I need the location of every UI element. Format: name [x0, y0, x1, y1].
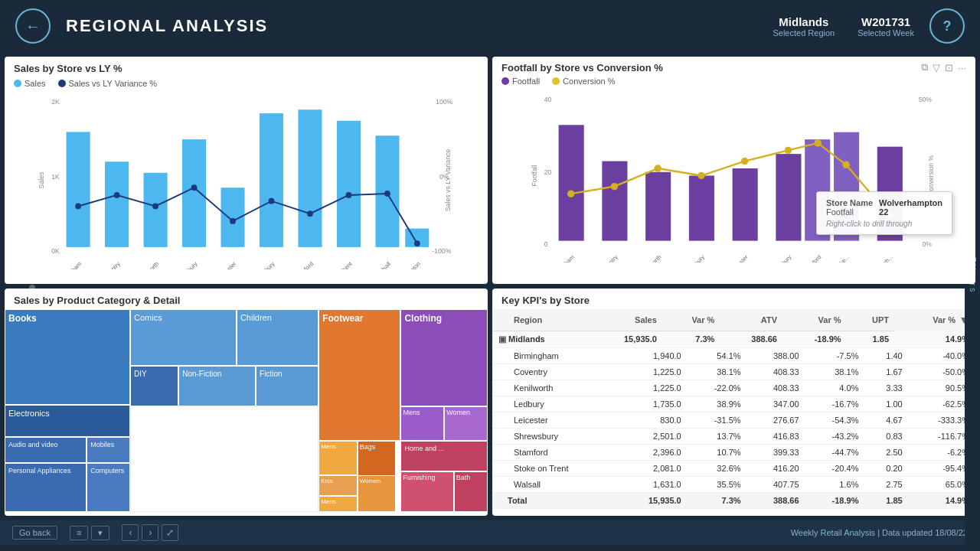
table-row[interactable]: Stamford 2,396.0 10.7% 399.33 -44.7% 2.5…: [492, 444, 975, 460]
table-row[interactable]: Kenilworth 1,225.0 -22.0% 408.33 4.0% 3.…: [492, 380, 975, 396]
treemap-children[interactable]: Children: [237, 309, 318, 366]
page-arrows: ‹ › ⤢: [122, 524, 178, 541]
menu-button[interactable]: ≡: [70, 526, 88, 540]
filter-icon[interactable]: ▽: [933, 62, 940, 73]
legend-sales-var: Sales vs LY Variance %: [58, 79, 158, 88]
kpi-table-container[interactable]: Region Sales Var % ATV Var % UPT Var % ▼: [492, 309, 975, 512]
var3-label: Var %: [933, 315, 956, 324]
treemap-comics[interactable]: Comics: [130, 309, 237, 366]
footfall-bar-shrewsbury[interactable]: [776, 154, 801, 241]
expand-midlands[interactable]: ▣: [498, 334, 508, 344]
table-row[interactable]: Stoke on Trent 2,081.0 32.6% 416.20 -20.…: [492, 460, 975, 476]
treemap-kids[interactable]: Kids: [318, 475, 357, 496]
legend-conversion-label: Conversion %: [563, 77, 615, 86]
footfall-bar-stoke[interactable]: [834, 132, 859, 241]
table-row[interactable]: Ledbury 1,735.0 38.9% 347.00 -16.7% 1.00…: [492, 396, 975, 412]
footfall-bar-kenilworth[interactable]: [645, 172, 671, 241]
bar-coventry[interactable]: [105, 161, 129, 247]
store-var2: -7.5%: [805, 348, 865, 364]
store-var2: -43.2%: [805, 428, 865, 444]
midlands-label: Midlands: [508, 334, 545, 344]
dropdown-button[interactable]: ▾: [91, 526, 109, 540]
back-button[interactable]: ←: [15, 8, 51, 44]
line-dot-2: [152, 204, 158, 210]
footfall-bar-stamford[interactable]: [805, 139, 830, 240]
footfall-bar-birmingham[interactable]: [559, 125, 584, 240]
svg-text:Coventry: Coventry: [100, 260, 121, 269]
bar-stoke[interactable]: [337, 121, 361, 247]
treemap-clothing-mens[interactable]: Mens: [400, 406, 444, 441]
scroll-dot-2[interactable]: [29, 272, 35, 279]
copy-icon[interactable]: ⧉: [921, 61, 928, 73]
svg-text:Birmingham: Birmingham: [56, 260, 83, 269]
treemap-footwear-mens-label: Mens: [321, 498, 336, 505]
legend-conversion: Conversion %: [552, 77, 615, 86]
treemap-audio[interactable]: Audio and video: [5, 437, 87, 463]
treemap-area[interactable]: Books Comics Children Electronics DIY: [5, 309, 488, 512]
line-dot-8: [384, 191, 390, 197]
variance-line: [78, 187, 417, 243]
total-row: Total 15,935.0 7.3% 388.66 -18.9% 1.85 1…: [492, 492, 975, 508]
footfall-bar-leicester[interactable]: [733, 168, 758, 241]
treemap-bags-women[interactable]: Women: [358, 475, 396, 512]
footfall-bar-coventry[interactable]: [602, 161, 627, 241]
treemap-mobiles[interactable]: Mobiles: [87, 437, 130, 463]
table-row[interactable]: Shrewsbury 2,501.0 13.7% 416.83 -43.2% 0…: [492, 428, 975, 444]
scroll-dot-1[interactable]: [29, 260, 35, 266]
footer: Go back ≡ ▾ ‹ › ⤢ Weekly Retail Analysis…: [0, 520, 980, 545]
svg-text:Shrewsbury: Shrewsbury: [766, 253, 793, 262]
store-sales: 1,225.0: [619, 364, 688, 380]
store-var2: -44.7%: [805, 444, 865, 460]
prev-button[interactable]: ‹: [122, 524, 139, 541]
expand-icon[interactable]: ⊡: [945, 62, 953, 73]
table-row[interactable]: Leicester 830.0 -31.5% 276.67 -54.3% 4.6…: [492, 412, 975, 428]
svg-text:Stamford: Stamford: [801, 253, 822, 262]
treemap-footwear-mens[interactable]: Mens: [318, 496, 357, 512]
line-dot-0: [75, 204, 81, 210]
bar-stamford[interactable]: [298, 109, 322, 247]
midlands-row[interactable]: ▣ Midlands 15,935.0 7.3% 388.66 -18.9% 1…: [492, 331, 975, 347]
table-row[interactable]: Coventry 1,225.0 38.1% 408.33 38.1% 1.67…: [492, 364, 975, 380]
store-upt: 1.00: [864, 396, 908, 412]
treemap-nonfiction[interactable]: Non-Fiction: [178, 366, 256, 406]
treemap-computers[interactable]: Computers: [87, 463, 130, 512]
expand-button[interactable]: ⤢: [162, 524, 178, 541]
bar-ledbury[interactable]: [182, 139, 206, 247]
treemap-electronics[interactable]: Electronics: [5, 405, 130, 437]
bar-kenilworth[interactable]: [144, 173, 168, 247]
col-upt: UPT: [848, 309, 895, 331]
treemap-clothing-women[interactable]: Women: [444, 406, 488, 441]
treemap-furnishing[interactable]: Furnishing: [400, 471, 453, 512]
store-atv: 416.20: [747, 460, 805, 476]
store-name: Stamford: [492, 444, 619, 460]
treemap-bath[interactable]: Bath: [454, 471, 488, 512]
table-row[interactable]: Walsall 1,631.0 35.5% 407.75 1.6% 2.75 6…: [492, 476, 975, 492]
store-var2: 1.6%: [805, 476, 865, 492]
treemap-personal[interactable]: Personal Appliances: [5, 463, 87, 512]
treemap-footwear[interactable]: Footwear: [318, 309, 400, 441]
more-icon[interactable]: ···: [958, 62, 966, 73]
help-button[interactable]: ?: [929, 8, 965, 44]
treemap-clothing[interactable]: Clothing: [400, 309, 488, 406]
store-var2: -16.7%: [805, 396, 865, 412]
store-atv: 399.33: [747, 444, 805, 460]
treemap-books[interactable]: Books: [5, 309, 130, 405]
footfall-bar-wolverhampton[interactable]: [877, 147, 903, 241]
col-var2: Var %: [783, 309, 848, 331]
svg-text:Ledbury: Ledbury: [686, 253, 706, 262]
next-button[interactable]: ›: [142, 524, 158, 541]
bar-shrewsbury[interactable]: [260, 113, 283, 247]
footfall-bar-ledbury[interactable]: [689, 176, 714, 241]
store-atv: 388.00: [747, 348, 805, 364]
legend-sales: Sales: [14, 79, 46, 88]
treemap-mens-bottom[interactable]: Mens: [318, 441, 357, 475]
treemap-home[interactable]: Home and ...: [400, 441, 488, 471]
svg-text:Stamford: Stamford: [293, 260, 315, 269]
bar-birmingham[interactable]: [67, 132, 90, 246]
scroll-dot-3[interactable]: [29, 285, 35, 291]
table-row[interactable]: Birmingham 1,940.0 54.1% 388.00 -7.5% 1.…: [492, 348, 975, 364]
treemap-fiction[interactable]: Fiction: [256, 366, 318, 406]
treemap-diy[interactable]: DIY: [130, 366, 178, 406]
go-back-button[interactable]: Go back: [12, 526, 57, 540]
footfall-chart-svg: 40 20 0 50% 0% Footfall Conversion %: [498, 89, 969, 262]
